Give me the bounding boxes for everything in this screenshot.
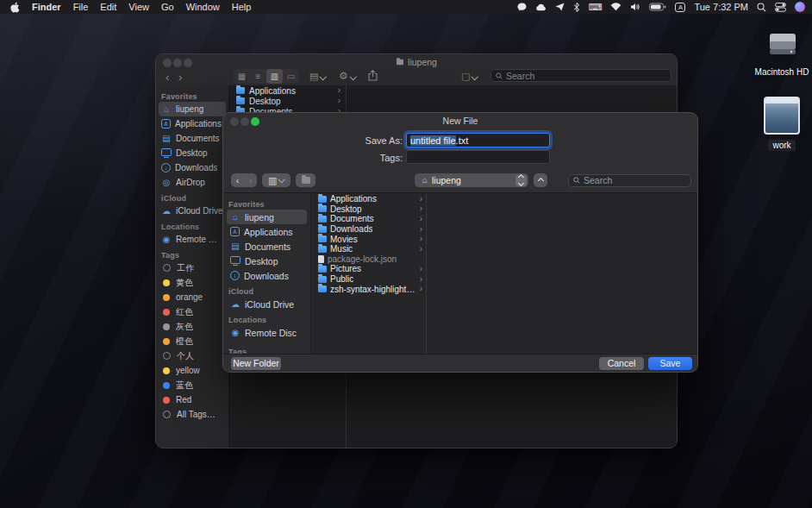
tags-input[interactable] xyxy=(406,150,550,164)
icon-view-button[interactable]: ▦ xyxy=(234,69,250,84)
view-switcher: ▦ ≡ ▥ ▭ xyxy=(234,69,299,84)
spotlight-icon[interactable] xyxy=(757,3,766,12)
menu-app-name[interactable]: Finder xyxy=(32,2,61,12)
control-center-icon[interactable] xyxy=(775,3,786,12)
file-row[interactable]: Music› xyxy=(311,244,426,254)
send-icon[interactable] xyxy=(555,3,565,11)
folder-icon xyxy=(236,97,245,104)
applications-icon xyxy=(161,119,171,129)
sidebar-item-desktop[interactable]: Desktop xyxy=(227,254,307,268)
file-row[interactable]: Documents› xyxy=(311,214,426,224)
sidebar-item-downloads[interactable]: Downloads xyxy=(159,160,226,175)
tag-label: 黄色 xyxy=(176,277,193,289)
bluetooth-icon[interactable] xyxy=(573,3,580,12)
menu-help[interactable]: Help xyxy=(232,2,252,12)
folder-icon xyxy=(318,285,327,292)
chevron-right-icon: › xyxy=(420,204,422,213)
view-mode-dropdown[interactable]: ▥ xyxy=(262,173,290,187)
sidebar-item-applications[interactable]: Applications xyxy=(227,224,307,239)
sidebar-tag[interactable]: 灰色 xyxy=(159,319,226,334)
menu-file[interactable]: File xyxy=(73,2,89,12)
keyboard-icon[interactable]: ⌨ xyxy=(589,2,603,13)
sidebar-tag[interactable]: yellow xyxy=(159,363,226,378)
forward-button[interactable]: › xyxy=(244,173,257,187)
file-row[interactable]: Applications› xyxy=(229,85,346,96)
proxy-folder-icon xyxy=(397,59,403,64)
sidebar-tag[interactable]: 工作 xyxy=(159,260,226,275)
location-value: liupeng xyxy=(432,175,461,185)
menu-edit[interactable]: Edit xyxy=(100,2,116,12)
file-row[interactable]: package-lock.json xyxy=(311,254,426,265)
file-row[interactable]: Movies› xyxy=(311,234,426,244)
action-menu-button[interactable]: ⚙ xyxy=(339,71,355,81)
finder-search-field[interactable]: Search xyxy=(490,69,671,82)
dialog-search-field[interactable]: Search xyxy=(568,174,691,187)
desktop-icon-work[interactable]: work xyxy=(752,95,812,154)
forward-button[interactable]: › xyxy=(178,72,182,83)
sidebar-tag[interactable]: 个人 xyxy=(159,348,226,363)
gallery-view-button[interactable]: ▭ xyxy=(283,69,299,84)
file-row[interactable]: zsh-syntax-highlighting› xyxy=(311,284,426,294)
sidebar-item-icloud-drive[interactable]: ☁iCloud Drive xyxy=(227,297,307,311)
volume-icon[interactable] xyxy=(630,3,640,11)
input-source-icon[interactable]: A xyxy=(675,3,685,12)
sidebar-tag[interactable]: 红色 xyxy=(159,304,226,319)
sidebar-item-remote-disc[interactable]: ◉Remote Disc xyxy=(227,325,307,340)
cloud-icon[interactable] xyxy=(535,3,547,11)
cancel-button[interactable]: Cancel xyxy=(599,357,644,370)
filename-input[interactable]: untitled file.txt xyxy=(406,133,550,147)
siri-icon[interactable] xyxy=(795,2,805,12)
sidebar-item-icloud-drive[interactable]: ☁iCloud Drive xyxy=(159,204,226,218)
file-row[interactable]: Public› xyxy=(311,274,426,285)
tags-menu-button[interactable]: ▢ xyxy=(461,72,478,81)
file-row[interactable]: Desktop› xyxy=(229,96,346,106)
folder-button[interactable] xyxy=(296,173,315,187)
sidebar-item-desktop[interactable]: Desktop xyxy=(159,146,226,160)
file-row[interactable]: Downloads› xyxy=(311,224,426,235)
save-button[interactable]: Save xyxy=(648,357,692,370)
apple-menu[interactable] xyxy=(10,2,20,13)
menu-view[interactable]: View xyxy=(128,2,149,12)
sidebar-tag[interactable]: orange xyxy=(159,290,226,304)
share-button[interactable] xyxy=(368,70,378,83)
list-view-button[interactable]: ≡ xyxy=(250,69,266,84)
back-button[interactable]: ‹ xyxy=(231,173,244,187)
menu-window[interactable]: Window xyxy=(186,2,220,12)
sidebar-section-title: Tags xyxy=(161,251,223,260)
sidebar-tag[interactable]: 黄色 xyxy=(159,275,226,290)
file-row[interactable]: Pictures› xyxy=(311,264,426,274)
sidebar-tag[interactable]: 蓝色 xyxy=(159,378,226,392)
file-row[interactable]: Applications› xyxy=(311,194,426,204)
menu-go[interactable]: Go xyxy=(161,2,174,12)
location-popup[interactable]: ⌂ liupeng xyxy=(415,173,528,187)
group-by-button[interactable]: ▤ xyxy=(309,72,326,81)
chat-icon[interactable] xyxy=(517,3,527,11)
sidebar-item-label: Desktop xyxy=(176,148,208,158)
sidebar-item-downloads[interactable]: Downloads xyxy=(227,268,307,283)
back-button[interactable]: ‹ xyxy=(166,72,169,83)
sidebar-item-remote-disc[interactable]: ◉Remote Disc xyxy=(159,232,226,247)
sidebar-tag[interactable]: 橙色 xyxy=(159,334,226,348)
column-view-button[interactable]: ▥ xyxy=(266,69,283,84)
remote-disc-icon: ◉ xyxy=(230,329,240,337)
filename-selected-text: untitled file xyxy=(410,135,456,146)
battery-icon[interactable] xyxy=(649,3,666,11)
icloud-icon: ☁ xyxy=(161,207,172,216)
desktop-icon-macintosh-hd[interactable]: Macintosh HD xyxy=(752,31,812,79)
new-folder-button[interactable]: New Folder xyxy=(231,357,281,370)
sidebar-item-documents[interactable]: ▤Documents xyxy=(227,239,307,254)
sidebar-tag[interactable]: Red xyxy=(159,392,226,407)
sidebar-tag-all-tags[interactable]: All Tags… xyxy=(159,407,226,422)
collapse-panel-button[interactable] xyxy=(534,173,547,187)
sidebar-item-applications[interactable]: Applications xyxy=(159,116,226,131)
chevron-right-icon: › xyxy=(420,265,422,273)
sidebar-item-liupeng[interactable]: ⌂liupeng xyxy=(159,102,226,116)
sidebar-item-label: liupeng xyxy=(245,212,274,223)
sidebar-item-liupeng[interactable]: ⌂liupeng xyxy=(227,210,307,224)
sidebar-item-airdrop[interactable]: ◎AirDrop xyxy=(159,175,226,190)
wifi-icon[interactable] xyxy=(610,3,621,11)
file-row[interactable]: Desktop› xyxy=(311,204,426,215)
sidebar-item-documents[interactable]: ▤Documents xyxy=(159,131,226,146)
chevron-right-icon: › xyxy=(420,245,422,254)
menu-bar-clock[interactable]: Tue 7:32 PM xyxy=(694,2,748,12)
